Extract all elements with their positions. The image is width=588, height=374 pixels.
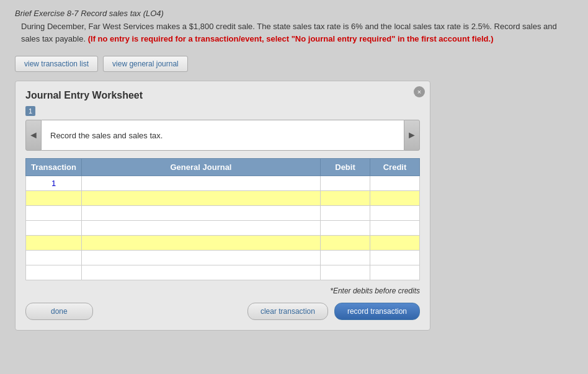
transaction-number-cell [26,221,82,236]
clear-transaction-button[interactable]: clear transaction [247,303,328,320]
general-journal-cell[interactable] [82,191,321,206]
general-journal-cell[interactable] [82,236,321,251]
general-journal-input[interactable] [82,265,320,280]
debit-input[interactable] [321,251,370,265]
intro-text: During December, Far West Services makes… [12,20,576,45]
credit-cell[interactable] [370,221,420,236]
general-journal-cell[interactable] [82,176,321,191]
page-wrapper: Brief Exercise 8-7 Record sales tax (LO4… [12,6,576,331]
table-row [26,191,420,206]
nav-left-arrow[interactable]: ◄ [25,120,42,151]
journal-table: Transaction General Journal Debit Credit… [25,158,420,280]
view-transaction-list-button[interactable]: view transaction list [15,56,98,72]
transaction-number-cell [26,265,82,280]
nav-container: ◄ Record the sales and sales tax. ► [25,120,420,151]
credit-input[interactable] [370,221,419,235]
col-debit-header: Debit [321,159,370,176]
exercise-title: Brief Exercise 8-7 Record sales tax (LO4… [12,9,576,18]
debit-cell[interactable] [321,221,370,236]
debit-input[interactable] [321,236,370,250]
instruction-box: Record the sales and sales tax. [42,120,404,151]
debit-cell[interactable] [321,265,370,280]
general-journal-input[interactable] [82,191,320,205]
debit-cell[interactable] [321,236,370,251]
debit-cell[interactable] [321,251,370,265]
table-row [26,251,420,265]
nav-right-arrow[interactable]: ► [404,120,420,151]
table-row [26,221,420,236]
credit-input[interactable] [370,236,419,250]
credit-cell[interactable] [370,265,420,280]
general-journal-cell[interactable] [82,251,321,265]
credit-cell[interactable] [370,251,420,265]
general-journal-cell[interactable] [82,265,321,280]
credit-input[interactable] [370,176,419,190]
bottom-buttons: done clear transaction record transactio… [25,303,420,320]
step-badge: 1 [25,106,35,116]
credit-cell[interactable] [370,176,420,191]
general-journal-input[interactable] [82,251,320,265]
intro-warning: (If no entry is required for a transacti… [88,34,494,43]
right-buttons: clear transaction record transaction [247,303,420,320]
general-journal-input[interactable] [82,176,320,190]
table-row [26,206,420,221]
general-journal-input[interactable] [82,206,320,220]
credit-cell[interactable] [370,236,420,251]
general-journal-input[interactable] [82,221,320,235]
debit-input[interactable] [321,265,370,280]
record-transaction-button[interactable]: record transaction [334,303,420,320]
top-buttons-container: view transaction list view general journ… [12,56,576,72]
general-journal-cell[interactable] [82,221,321,236]
view-general-journal-button[interactable]: view general journal [103,56,188,72]
debit-input[interactable] [321,176,370,190]
intro-section: Brief Exercise 8-7 Record sales tax (LO4… [12,6,576,47]
debit-cell[interactable] [321,191,370,206]
done-button[interactable]: done [25,303,93,320]
debit-cell[interactable] [321,206,370,221]
debit-input[interactable] [321,221,370,235]
general-journal-input[interactable] [82,236,320,250]
transaction-number-cell: 1 [26,176,82,191]
credit-cell[interactable] [370,191,420,206]
col-transaction-header: Transaction [26,159,82,176]
transaction-number-cell [26,251,82,265]
table-row [26,236,420,251]
table-header-row: Transaction General Journal Debit Credit [26,159,420,176]
general-journal-cell[interactable] [82,206,321,221]
transaction-number-cell [26,206,82,221]
debit-input[interactable] [321,191,370,205]
transaction-number-cell [26,191,82,206]
credit-input[interactable] [370,251,419,265]
credit-input[interactable] [370,265,419,280]
close-button[interactable]: × [414,86,425,97]
instruction-text: Record the sales and sales tax. [50,131,163,140]
debit-input[interactable] [321,206,370,220]
col-general-journal-header: General Journal [82,159,321,176]
table-row: 1 [26,176,420,191]
enter-debits-note: *Enter debits before credits [25,287,420,295]
worksheet-title: Journal Entry Worksheet [25,90,420,101]
journal-entry-worksheet-panel: × Journal Entry Worksheet 1 ◄ Record the… [15,81,430,331]
debit-cell[interactable] [321,176,370,191]
transaction-number-cell [26,236,82,251]
col-credit-header: Credit [370,159,420,176]
table-row [26,265,420,280]
credit-cell[interactable] [370,206,420,221]
credit-input[interactable] [370,191,419,205]
credit-input[interactable] [370,206,419,220]
